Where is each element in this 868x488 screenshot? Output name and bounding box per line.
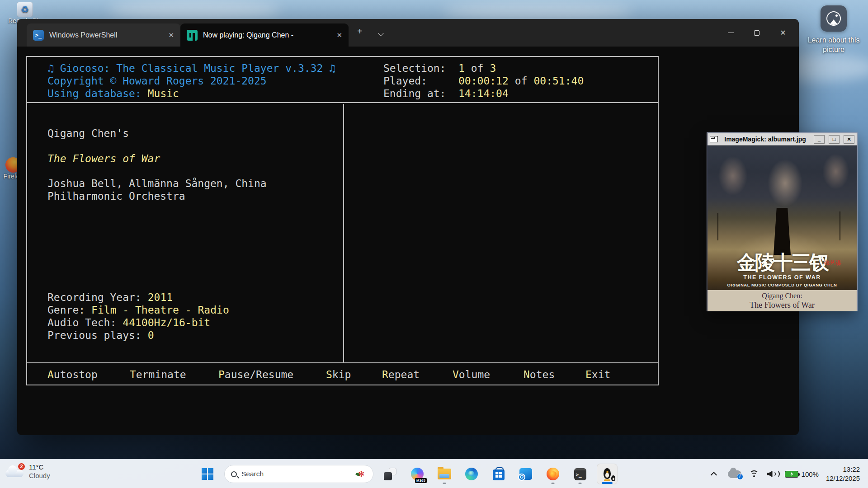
taskbar-center: Search ✻ M365 O >_	[197, 460, 618, 488]
terminal-button[interactable]: >_	[570, 464, 590, 484]
tab-now-playing[interactable]: Now playing: Qigang Chen - ✕	[180, 23, 349, 47]
database-label: Using database:	[47, 88, 142, 99]
learn-about-picture-widget[interactable]: Learn about this picture	[806, 5, 862, 54]
cloud-decoration	[108, 0, 280, 21]
firefox-button[interactable]	[542, 464, 563, 484]
selection-current: 1	[458, 62, 465, 74]
imagemagick-app-icon[interactable]	[710, 136, 718, 142]
tui-menu-bar: Autostop Terminate Pause/Resume Skip Rep…	[27, 362, 658, 385]
desktop: ♻ Recycle Bin Firefox Learn about this p…	[0, 0, 868, 488]
wifi-icon[interactable]	[749, 470, 760, 478]
copyright-line: Copyright © Howard Rogers 2021-2025	[47, 75, 335, 87]
tray-overflow-chevron-icon[interactable]	[710, 472, 717, 478]
imagemagick-minimize-button[interactable]: _	[814, 135, 825, 144]
ending-label: Ending at:	[383, 87, 458, 100]
terminal-icon: >_	[574, 468, 586, 480]
tux-penguin-icon	[603, 468, 612, 480]
copilot-button[interactable]: M365	[407, 464, 428, 484]
tab-close-icon[interactable]: ✕	[168, 31, 174, 39]
onedrive-info-badge: i	[737, 474, 743, 480]
outlook-icon: O	[519, 468, 532, 480]
database-value: Music	[148, 88, 179, 99]
minimize-button[interactable]	[717, 19, 744, 47]
recording-year-value: 2011	[148, 291, 173, 303]
clock-time: 13:22	[826, 465, 860, 474]
poster-pole-decoration	[717, 213, 718, 240]
menu-skip[interactable]: Skip	[326, 368, 351, 381]
picture-icon	[821, 5, 847, 32]
giocoso-tui-frame: ♫ Giocoso: The Classical Music Player v.…	[26, 56, 659, 385]
taskbar: 2 11°C Cloudy Search ✻ M365 O >_	[0, 459, 868, 488]
track-composer: Qigang Chen's	[47, 127, 129, 140]
taskbar-weather-widget[interactable]: 2 11°C Cloudy	[5, 463, 50, 480]
imagemagick-window: ImageMagick: albumart.jpg _ □ ✕ 金陵十三钗 张艺…	[707, 133, 857, 311]
linux-app-button[interactable]	[597, 464, 618, 484]
imagemagick-close-button[interactable]: ✕	[844, 135, 854, 144]
battery-status[interactable]: 100%	[785, 470, 819, 478]
audio-tech-value: 44100Hz/16-bit	[123, 317, 210, 328]
menu-exit[interactable]: Exit	[585, 368, 610, 381]
m365-badge: M365	[415, 478, 427, 483]
weather-condition: Cloudy	[29, 471, 50, 480]
edge-button[interactable]	[461, 464, 482, 484]
poster-tower-silhouette	[774, 208, 791, 255]
close-button[interactable]: ✕	[770, 19, 796, 47]
genre-label: Genre:	[47, 304, 85, 316]
window-controls: ✕	[717, 19, 796, 47]
menu-notes[interactable]: Notes	[524, 368, 555, 381]
selection-label: Selection:	[383, 62, 458, 75]
clock[interactable]: 13:22 12/12/2025	[826, 465, 860, 483]
genre-value: Film - Theatre - Radio	[91, 304, 229, 316]
terminal-window: >_ Windows PowerShell ✕ Now playing: Qig…	[17, 19, 799, 435]
battery-percent: 100%	[802, 470, 819, 478]
firefox-icon	[547, 468, 559, 480]
giocoso-icon	[187, 30, 198, 41]
task-view-button[interactable]	[380, 464, 401, 484]
tab-close-icon[interactable]: ✕	[336, 31, 342, 39]
menu-volume[interactable]: Volume	[453, 368, 490, 381]
album-caption-composer: Qigang Chen:	[708, 291, 857, 300]
menu-terminate[interactable]: Terminate	[130, 368, 186, 381]
windows-logo-icon	[202, 468, 213, 480]
cloud-decoration	[443, 3, 633, 21]
selection-total: 3	[490, 62, 496, 74]
terminal-tab-bar: >_ Windows PowerShell ✕ Now playing: Qig…	[17, 19, 799, 47]
weather-cloud-icon: 2	[5, 465, 24, 478]
outlook-button[interactable]: O	[515, 464, 536, 484]
recycle-bin-icon: ♻	[17, 2, 33, 17]
tui-header-left: ♫ Giocoso: The Classical Music Player v.…	[47, 62, 335, 100]
search-icon	[231, 471, 237, 477]
search-placeholder: Search	[241, 470, 352, 478]
menu-repeat[interactable]: Repeat	[382, 368, 420, 381]
tui-header-right: Selection:1of3 Played:00:00:12of00:51:40…	[383, 62, 584, 100]
tab-title: Now playing: Qigang Chen -	[203, 31, 293, 39]
poster-english-title: THE FLOWERS OF WAR	[708, 274, 857, 281]
battery-icon	[785, 471, 798, 478]
maximize-button[interactable]	[744, 19, 770, 47]
played-elapsed: 00:00:12	[458, 75, 509, 87]
clock-date: 12/12/2025	[826, 474, 860, 483]
file-explorer-button[interactable]	[434, 464, 455, 484]
poster-pole-decoration	[840, 211, 840, 240]
active-app-indicator	[602, 482, 613, 484]
previous-plays-value: 0	[148, 329, 154, 341]
microsoft-store-button[interactable]	[488, 464, 509, 484]
tab-windows-powershell[interactable]: >_ Windows PowerShell ✕	[27, 23, 180, 47]
menu-pause-resume[interactable]: Pause/Resume	[218, 368, 293, 381]
search-box[interactable]: Search ✻	[224, 465, 373, 483]
menu-autostop[interactable]: Autostop	[47, 368, 98, 381]
imagemagick-maximize-button[interactable]: □	[829, 135, 840, 144]
start-button[interactable]	[197, 464, 218, 484]
imagemagick-title-bar[interactable]: ImageMagick: albumart.jpg _ □ ✕	[708, 133, 857, 145]
store-icon	[493, 469, 505, 480]
poster-director-credit: 张艺谋	[824, 259, 842, 267]
album-caption-title: The Flowers of War	[708, 300, 857, 310]
tab-dropdown-icon[interactable]	[379, 29, 384, 34]
app-title: ♫ Giocoso: The Classical Music Player v.…	[47, 62, 335, 75]
previous-plays-label: Previous plays:	[47, 329, 142, 341]
new-tab-button[interactable]: +	[357, 26, 363, 37]
onedrive-icon[interactable]: i	[728, 470, 741, 478]
album-caption: Qigang Chen: The Flowers of War	[708, 290, 857, 311]
volume-icon[interactable]	[767, 470, 778, 478]
album-art-image: 金陵十三钗 张艺谋 THE FLOWERS OF WAR ORIGINAL MU…	[708, 145, 857, 290]
